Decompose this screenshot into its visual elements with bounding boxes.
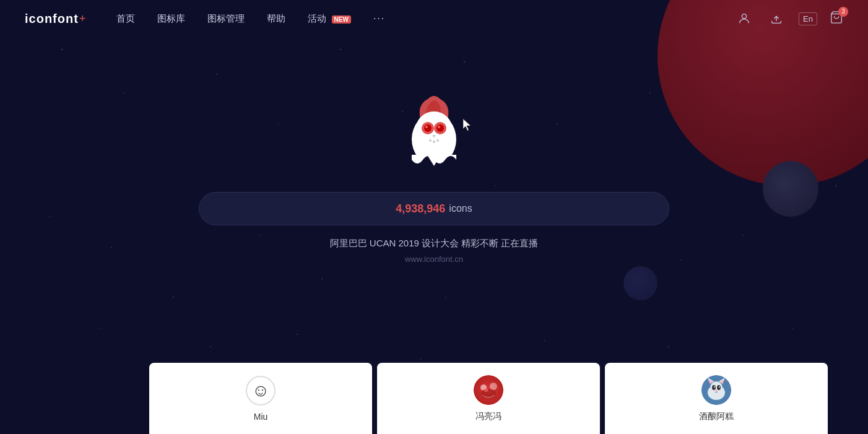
avatar-miu: ☺ bbox=[246, 376, 276, 406]
avatar-fengliang bbox=[474, 375, 503, 405]
svg-point-12 bbox=[433, 141, 435, 143]
nav-home[interactable]: 首页 bbox=[116, 13, 135, 25]
nav-right: En 3 bbox=[734, 9, 843, 28]
svg-point-6 bbox=[424, 124, 432, 132]
cart-icon[interactable]: 3 bbox=[830, 11, 843, 27]
svg-point-28 bbox=[712, 385, 716, 390]
svg-point-32 bbox=[715, 389, 718, 391]
svg-rect-20 bbox=[474, 375, 503, 405]
nav-more-dots[interactable]: ··· bbox=[373, 13, 385, 24]
card-miu-name: Miu bbox=[254, 412, 268, 422]
svg-point-31 bbox=[719, 386, 720, 388]
nav-help[interactable]: 帮助 bbox=[267, 13, 285, 25]
website-url: www.iconfont.cn bbox=[405, 254, 463, 264]
lang-toggle[interactable]: En bbox=[799, 12, 817, 25]
avatar-jiujiu bbox=[701, 375, 731, 405]
svg-point-30 bbox=[714, 386, 715, 388]
icon-label: icons bbox=[449, 203, 472, 214]
search-bar[interactable]: 4,938,946 icons bbox=[199, 192, 669, 225]
nav-library[interactable]: 图标库 bbox=[157, 13, 185, 25]
svg-point-0 bbox=[742, 14, 746, 19]
cart-badge: 3 bbox=[838, 7, 848, 17]
navbar: iconfont + 首页 图标库 图标管理 帮助 活动 NEW ··· bbox=[0, 0, 868, 37]
nav-activity[interactable]: 活动 NEW bbox=[308, 13, 351, 25]
logo-text: iconfont bbox=[25, 12, 79, 26]
promo-text: 阿里巴巴 UCAN 2019 设计大会 精彩不断 正在直播 bbox=[330, 238, 539, 250]
icon-count: 4,938,946 bbox=[396, 202, 445, 215]
planet-medium-right bbox=[623, 266, 658, 300]
logo-plus: + bbox=[79, 12, 86, 25]
svg-point-29 bbox=[717, 385, 721, 390]
nav-manage[interactable]: 图标管理 bbox=[207, 13, 245, 25]
svg-point-7 bbox=[425, 126, 428, 128]
nav-links: 首页 图标库 图标管理 帮助 活动 NEW ··· bbox=[116, 13, 734, 25]
card-jiujiu-name: 酒酿阿糕 bbox=[699, 411, 734, 422]
svg-point-13 bbox=[436, 139, 439, 142]
cards-section: ☺ Miu bbox=[0, 363, 868, 434]
card-jiujiu[interactable]: 酒酿阿糕 bbox=[605, 363, 828, 434]
user-icon[interactable] bbox=[734, 9, 754, 28]
card-miu[interactable]: ☺ Miu bbox=[149, 363, 372, 434]
hero-section: 4,938,946 icons 阿里巴巴 UCAN 2019 设计大会 精彩不断… bbox=[0, 37, 868, 264]
svg-point-10 bbox=[438, 126, 440, 128]
card-fengliang[interactable]: 冯亮冯 bbox=[377, 363, 600, 434]
svg-point-11 bbox=[429, 139, 432, 142]
mascot-icon bbox=[397, 87, 471, 173]
logo[interactable]: iconfont + bbox=[25, 12, 85, 26]
activity-badge: NEW bbox=[332, 15, 351, 24]
card-fengliang-name: 冯亮冯 bbox=[475, 411, 501, 422]
upload-icon[interactable] bbox=[766, 9, 786, 28]
svg-point-9 bbox=[436, 124, 444, 132]
